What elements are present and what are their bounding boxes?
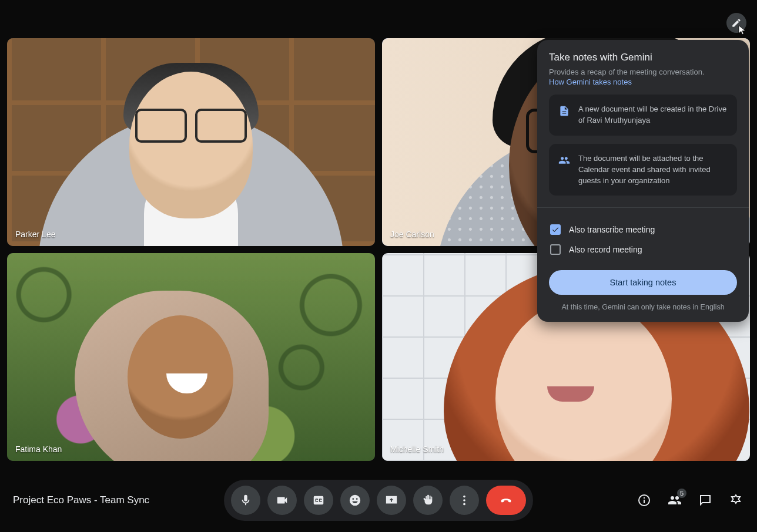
meeting-info-button[interactable] — [637, 493, 651, 507]
meeting-name: Project Eco Paws - Team Sync — [13, 494, 149, 506]
panel-footnote: At this time, Gemini can only take notes… — [549, 303, 737, 311]
how-gemini-link[interactable]: How Gemini takes notes — [549, 78, 737, 86]
checkbox-unchecked[interactable] — [550, 244, 561, 255]
info-card-text: The document will be attached to the Cal… — [578, 153, 728, 187]
chat-icon — [698, 493, 712, 507]
chat-button[interactable] — [698, 493, 712, 507]
participant-tile[interactable]: Fatima Khan — [7, 253, 375, 461]
document-icon — [558, 105, 570, 119]
info-card-calendar: The document will be attached to the Cal… — [549, 144, 737, 196]
more-icon — [458, 494, 471, 507]
participant-count-badge: 5 — [677, 489, 686, 498]
info-card-drive: A new document will be created in the Dr… — [549, 95, 737, 136]
panel-subtitle: Provides a recap of the meeting conversa… — [549, 67, 737, 78]
panel-title: Take notes with Gemini — [549, 52, 737, 63]
svg-point-0 — [463, 496, 465, 498]
checkbox-label: Also transcribe meeting — [569, 225, 655, 234]
present-button[interactable] — [377, 486, 406, 515]
gemini-notes-panel: Take notes with Gemini Provides a recap … — [537, 40, 749, 322]
svg-point-2 — [463, 503, 465, 506]
end-call-icon — [500, 494, 513, 507]
participant-video — [7, 253, 375, 461]
participant-name: Joe Carlson — [390, 230, 434, 239]
mic-button[interactable] — [231, 486, 260, 515]
present-icon — [385, 494, 398, 507]
activities-icon — [729, 493, 743, 507]
participant-name: Michelle Smith — [390, 445, 444, 454]
raise-hand-icon — [421, 494, 434, 507]
camera-icon — [276, 494, 289, 507]
participant-tile[interactable]: Parker Lee — [7, 38, 375, 246]
call-controls — [224, 480, 533, 521]
bottom-bar: Project Eco Paws - Team Sync 5 — [0, 469, 757, 532]
captions-icon — [312, 494, 325, 507]
mic-icon — [239, 494, 252, 507]
svg-point-1 — [463, 499, 465, 501]
info-icon — [637, 493, 651, 507]
raise-hand-button[interactable] — [413, 486, 443, 515]
end-call-button[interactable] — [486, 486, 526, 515]
emoji-icon — [349, 494, 361, 507]
checkbox-label: Also record meeting — [569, 245, 642, 254]
participant-video — [7, 38, 375, 246]
activities-button[interactable] — [729, 493, 743, 507]
transcribe-checkbox-row[interactable]: Also transcribe meeting — [549, 220, 737, 240]
people-share-icon — [558, 154, 570, 169]
more-options-button[interactable] — [450, 486, 479, 515]
captions-button[interactable] — [304, 486, 333, 515]
participant-name: Fatima Khan — [15, 445, 62, 454]
start-taking-notes-button[interactable]: Start taking notes — [549, 270, 737, 295]
right-icon-bar: 5 — [637, 493, 743, 507]
divider — [537, 207, 749, 208]
emoji-button[interactable] — [340, 486, 370, 515]
checkbox-checked[interactable] — [550, 224, 561, 235]
record-checkbox-row[interactable]: Also record meeting — [549, 240, 737, 260]
mouse-cursor — [737, 25, 748, 38]
info-card-text: A new document will be created in the Dr… — [578, 104, 728, 126]
people-button[interactable]: 5 — [668, 493, 682, 507]
participant-name: Parker Lee — [15, 230, 55, 239]
camera-button[interactable] — [267, 486, 297, 515]
